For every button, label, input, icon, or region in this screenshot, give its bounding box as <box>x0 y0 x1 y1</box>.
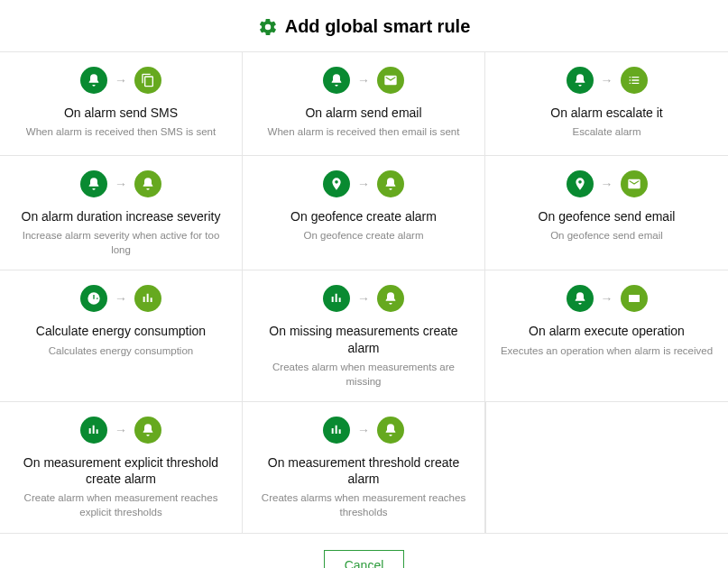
bell-icon <box>377 417 404 444</box>
map-icon <box>567 170 594 197</box>
rule-title: On alarm execute operation <box>529 323 685 339</box>
rule-icon-row: → <box>80 417 161 444</box>
bars-icon <box>323 417 350 444</box>
rule-card[interactable]: →On missing measurements create alarmCre… <box>243 270 485 402</box>
mail-icon <box>621 170 648 197</box>
gear-icon <box>258 17 278 37</box>
rule-card[interactable]: →On geofence send emailOn geofence send … <box>485 156 728 270</box>
rule-card[interactable]: →On measurement threshold create alarmCr… <box>243 402 485 534</box>
rule-icon-row: → <box>80 285 161 312</box>
rule-title: On geofence create alarm <box>290 208 437 224</box>
rule-description: On geofence create alarm <box>299 228 429 243</box>
arrow-icon: → <box>601 292 613 305</box>
rule-description: Create alarm when measurement reaches ex… <box>9 490 233 519</box>
bell-icon <box>80 67 107 94</box>
rule-description: Calculates energy consumption <box>43 344 198 358</box>
bell-icon <box>567 285 594 312</box>
rule-grid: →On alarm send SMSWhen alarm is received… <box>0 51 728 534</box>
bell-icon <box>567 67 594 94</box>
bars-icon <box>323 285 350 312</box>
rule-card[interactable]: →On alarm send SMSWhen alarm is received… <box>0 52 243 156</box>
rule-icon-row: → <box>567 67 648 94</box>
bell-icon <box>134 417 161 444</box>
rule-card[interactable]: →On alarm execute operationExecutes an o… <box>485 270 728 402</box>
rule-icon-row: → <box>323 170 404 197</box>
dialog-footer: Cancel <box>0 534 728 569</box>
bell-icon <box>134 170 161 197</box>
rule-card[interactable]: →On measurement explicit threshold creat… <box>0 402 243 534</box>
rule-description: Executes an operation when alarm is rece… <box>495 344 718 358</box>
rule-description: Creates alarm when measurements are miss… <box>252 360 475 389</box>
rule-title: On alarm send email <box>305 105 421 121</box>
arrow-icon: → <box>357 74 370 87</box>
rule-title: On alarm escalate it <box>550 105 663 121</box>
operation-icon <box>621 285 648 312</box>
rule-icon-row: → <box>80 67 161 94</box>
rule-description: When alarm is received then email is sen… <box>263 124 465 139</box>
rule-icon-row: → <box>80 170 161 197</box>
arrow-icon: → <box>357 178 370 190</box>
empty-cell <box>485 402 728 534</box>
rule-description: Escalate alarm <box>567 124 646 139</box>
rule-description: On geofence send email <box>545 228 668 243</box>
rule-card[interactable]: →Calculate energy consumptionCalculates … <box>0 270 243 402</box>
arrow-icon: → <box>115 178 127 190</box>
rule-card[interactable]: →On alarm escalate itEscalate alarm <box>485 52 728 156</box>
rule-description: When alarm is received then SMS is sent <box>21 124 221 139</box>
arrow-icon: → <box>115 424 127 436</box>
dialog-title: Add global smart rule <box>285 16 471 37</box>
rule-title: On alarm send SMS <box>64 105 178 121</box>
rule-icon-row: → <box>567 170 648 197</box>
mail-icon <box>377 67 404 94</box>
rule-card[interactable]: →On geofence create alarmOn geofence cre… <box>243 156 485 270</box>
bars-icon <box>134 285 161 312</box>
rule-title: On missing measurements create alarm <box>252 323 475 355</box>
bell-icon <box>80 170 107 197</box>
arrow-icon: → <box>357 424 370 436</box>
rule-title: On alarm duration increase severity <box>22 208 221 224</box>
list-icon <box>621 67 648 94</box>
bell-icon <box>377 170 404 197</box>
bell-icon <box>377 285 404 312</box>
rule-card[interactable]: →On alarm duration increase severityIncr… <box>0 156 243 270</box>
rule-card[interactable]: →On alarm send emailWhen alarm is receiv… <box>243 52 485 156</box>
rule-title: On geofence send email <box>539 208 676 224</box>
bell-icon <box>323 67 350 94</box>
arrow-icon: → <box>601 74 613 87</box>
rule-icon-row: → <box>323 285 404 312</box>
arrow-icon: → <box>115 292 127 305</box>
map-icon <box>323 170 350 197</box>
rule-title: On measurement explicit threshold create… <box>9 454 233 487</box>
cancel-button[interactable]: Cancel <box>324 550 405 569</box>
rule-icon-row: → <box>323 417 404 444</box>
rule-description: Increase alarm severity when active for … <box>9 228 233 257</box>
dialog-header: Add global smart rule <box>0 0 728 51</box>
bars-icon <box>80 417 107 444</box>
arrow-icon: → <box>357 292 370 305</box>
rule-title: On measurement threshold create alarm <box>252 454 475 487</box>
arrow-icon: → <box>115 74 127 87</box>
arrow-icon: → <box>601 178 613 190</box>
rule-title: Calculate energy consumption <box>36 323 206 339</box>
copy-icon <box>134 67 161 94</box>
gauge-icon <box>80 285 107 312</box>
rule-description: Creates alarms when measurement reaches … <box>252 490 475 519</box>
rule-icon-row: → <box>323 67 404 94</box>
rule-icon-row: → <box>567 285 648 312</box>
